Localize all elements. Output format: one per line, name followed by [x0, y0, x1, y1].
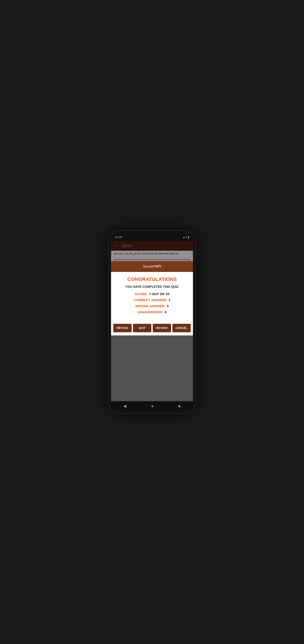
score-row: SCORE: 7 OUT OF 10: [115, 292, 189, 296]
dialog-header: Score/स्कोर: [111, 261, 193, 272]
correct-value: 7: [169, 298, 170, 302]
dialog-overlay: Score/स्कोर CONGRATULATIONS YOU HAVE COM…: [111, 233, 193, 411]
correct-row: CORRECT ANSWER: 7: [115, 298, 189, 302]
wrong-label: WRONG ANSWER:: [135, 304, 165, 308]
dialog-body: CONGRATULATIONS YOU HAVE COMPLETED THIS …: [111, 272, 193, 321]
correct-label: CORRECT ANSWER:: [134, 298, 167, 302]
cancel-button[interactable]: CANCEL: [172, 324, 191, 332]
congratulations-text: CONGRATULATIONS: [115, 276, 189, 282]
score-label: SCORE:: [135, 292, 148, 296]
quit-button[interactable]: QUIT: [133, 324, 151, 332]
unanswered-row: UNANSWERED: 0: [115, 310, 189, 314]
dialog-title: Score/स्कोर: [143, 264, 161, 268]
phone-screen: 11:39 ▲4 ▮ ← 10/10 कृपया स्कोर, उत्तर रि…: [111, 233, 193, 411]
wrong-value: 3: [167, 304, 169, 308]
unanswered-value: 0: [165, 310, 166, 314]
score-value: 7 OUT OF 10: [149, 292, 169, 296]
wrong-row: WRONG ANSWER: 3: [115, 304, 189, 308]
review-button[interactable]: REVIEW: [153, 324, 171, 332]
dialog-buttons: RETAKE QUIT REVIEW CANCEL: [111, 321, 193, 336]
completed-text: YOU HAVE COMPLETED THIS QUIZ: [115, 285, 189, 288]
unanswered-label: UNANSWERED:: [138, 310, 163, 314]
phone-frame: 11:39 ▲4 ▮ ← 10/10 कृपया स्कोर, उत्तर रि…: [108, 230, 196, 414]
retake-button[interactable]: RETAKE: [113, 324, 132, 332]
